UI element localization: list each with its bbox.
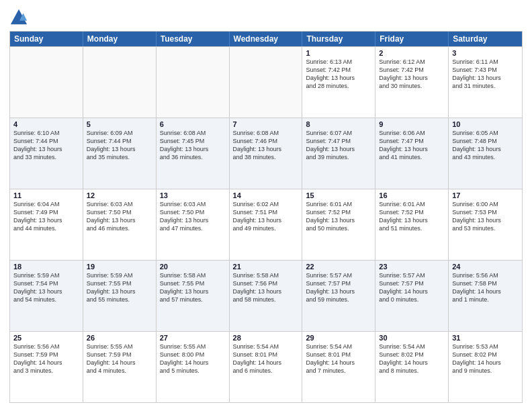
cell-info: Sunrise: 5:55 AM Sunset: 7:59 PM Dayligh…: [87, 342, 152, 375]
day-number: 25: [13, 334, 79, 342]
cell-info: Sunrise: 6:04 AM Sunset: 7:49 PM Dayligh…: [13, 200, 79, 233]
calendar-cell: 4Sunrise: 6:10 AM Sunset: 7:44 PM Daylig…: [10, 118, 83, 189]
cell-info: Sunrise: 6:02 AM Sunset: 7:51 PM Dayligh…: [233, 200, 299, 233]
calendar-cell: 28Sunrise: 5:54 AM Sunset: 8:01 PM Dayli…: [230, 332, 303, 402]
calendar-cell: 3Sunrise: 6:11 AM Sunset: 7:43 PM Daylig…: [449, 47, 522, 118]
calendar-header-day: Wednesday: [230, 32, 303, 46]
calendar-row: 11Sunrise: 6:04 AM Sunset: 7:49 PM Dayli…: [10, 189, 522, 260]
day-number: 20: [160, 263, 226, 271]
calendar-cell: 14Sunrise: 6:02 AM Sunset: 7:51 PM Dayli…: [230, 189, 303, 260]
calendar-row: 1Sunrise: 6:13 AM Sunset: 7:42 PM Daylig…: [10, 46, 522, 118]
calendar-cell: [10, 47, 83, 118]
calendar-header-day: Tuesday: [157, 32, 230, 46]
calendar-row: 18Sunrise: 5:59 AM Sunset: 7:54 PM Dayli…: [10, 260, 522, 331]
calendar-cell: 19Sunrise: 5:59 AM Sunset: 7:55 PM Dayli…: [83, 261, 157, 331]
calendar-cell: 13Sunrise: 6:03 AM Sunset: 7:50 PM Dayli…: [157, 189, 230, 260]
page: SundayMondayTuesdayWednesdayThursdayFrid…: [0, 0, 532, 411]
calendar-cell: 11Sunrise: 6:04 AM Sunset: 7:49 PM Dayli…: [10, 189, 83, 260]
day-number: 10: [452, 120, 519, 128]
day-number: 5: [87, 120, 152, 128]
day-number: 8: [306, 120, 371, 128]
day-number: 15: [306, 191, 371, 199]
calendar-cell: 30Sunrise: 5:54 AM Sunset: 8:02 PM Dayli…: [375, 332, 449, 402]
day-number: 13: [160, 191, 226, 199]
cell-info: Sunrise: 6:12 AM Sunset: 7:42 PM Dayligh…: [379, 58, 445, 91]
cell-info: Sunrise: 6:01 AM Sunset: 7:52 PM Dayligh…: [379, 200, 445, 233]
calendar-cell: 16Sunrise: 6:01 AM Sunset: 7:52 PM Dayli…: [375, 189, 449, 260]
cell-info: Sunrise: 6:07 AM Sunset: 7:47 PM Dayligh…: [306, 129, 371, 162]
calendar-header-day: Monday: [83, 32, 157, 46]
cell-info: Sunrise: 5:56 AM Sunset: 7:59 PM Dayligh…: [13, 342, 79, 375]
calendar-cell: 10Sunrise: 6:05 AM Sunset: 7:48 PM Dayli…: [449, 118, 522, 189]
day-number: 11: [13, 191, 79, 199]
cell-info: Sunrise: 6:11 AM Sunset: 7:43 PM Dayligh…: [452, 58, 519, 91]
header: [9, 8, 523, 27]
cell-info: Sunrise: 5:56 AM Sunset: 7:58 PM Dayligh…: [452, 271, 519, 304]
calendar-cell: 2Sunrise: 6:12 AM Sunset: 7:42 PM Daylig…: [375, 47, 449, 118]
cell-info: Sunrise: 5:53 AM Sunset: 8:02 PM Dayligh…: [452, 342, 519, 375]
calendar-cell: [83, 47, 157, 118]
calendar-cell: 12Sunrise: 6:03 AM Sunset: 7:50 PM Dayli…: [83, 189, 157, 260]
day-number: 17: [452, 191, 519, 199]
cell-info: Sunrise: 6:01 AM Sunset: 7:52 PM Dayligh…: [306, 200, 371, 233]
cell-info: Sunrise: 5:58 AM Sunset: 7:56 PM Dayligh…: [233, 271, 299, 304]
calendar-cell: 5Sunrise: 6:09 AM Sunset: 7:44 PM Daylig…: [83, 118, 157, 189]
day-number: 9: [379, 120, 445, 128]
calendar-header-day: Sunday: [10, 32, 83, 46]
calendar-cell: 6Sunrise: 6:08 AM Sunset: 7:45 PM Daylig…: [157, 118, 230, 189]
calendar-cell: 8Sunrise: 6:07 AM Sunset: 7:47 PM Daylig…: [302, 118, 375, 189]
cell-info: Sunrise: 5:54 AM Sunset: 8:02 PM Dayligh…: [379, 342, 445, 375]
day-number: 19: [87, 263, 152, 271]
calendar-cell: 24Sunrise: 5:56 AM Sunset: 7:58 PM Dayli…: [449, 261, 522, 331]
day-number: 12: [87, 191, 152, 199]
calendar-header-day: Friday: [375, 32, 449, 46]
cell-info: Sunrise: 5:57 AM Sunset: 7:57 PM Dayligh…: [306, 271, 371, 304]
calendar-cell: 21Sunrise: 5:58 AM Sunset: 7:56 PM Dayli…: [230, 261, 303, 331]
calendar-cell: [157, 47, 230, 118]
day-number: 2: [379, 49, 445, 57]
calendar-body: 1Sunrise: 6:13 AM Sunset: 7:42 PM Daylig…: [10, 46, 522, 402]
cell-info: Sunrise: 5:54 AM Sunset: 8:01 PM Dayligh…: [306, 342, 371, 375]
cell-info: Sunrise: 5:57 AM Sunset: 7:57 PM Dayligh…: [379, 271, 445, 304]
calendar-cell: 23Sunrise: 5:57 AM Sunset: 7:57 PM Dayli…: [375, 261, 449, 331]
cell-info: Sunrise: 6:08 AM Sunset: 7:45 PM Dayligh…: [160, 129, 226, 162]
cell-info: Sunrise: 5:55 AM Sunset: 8:00 PM Dayligh…: [160, 342, 226, 375]
cell-info: Sunrise: 6:06 AM Sunset: 7:47 PM Dayligh…: [379, 129, 445, 162]
day-number: 4: [13, 120, 79, 128]
day-number: 26: [87, 334, 152, 342]
day-number: 27: [160, 334, 226, 342]
cell-info: Sunrise: 5:58 AM Sunset: 7:55 PM Dayligh…: [160, 271, 226, 304]
calendar-cell: 7Sunrise: 6:08 AM Sunset: 7:46 PM Daylig…: [230, 118, 303, 189]
day-number: 1: [306, 49, 371, 57]
day-number: 16: [379, 191, 445, 199]
logo-icon: [9, 8, 28, 27]
cell-info: Sunrise: 6:00 AM Sunset: 7:53 PM Dayligh…: [452, 200, 519, 233]
day-number: 14: [233, 191, 299, 199]
calendar-cell: 15Sunrise: 6:01 AM Sunset: 7:52 PM Dayli…: [302, 189, 375, 260]
cell-info: Sunrise: 5:54 AM Sunset: 8:01 PM Dayligh…: [233, 342, 299, 375]
calendar-cell: [230, 47, 303, 118]
logo: [9, 8, 31, 27]
day-number: 24: [452, 263, 519, 271]
calendar-cell: 18Sunrise: 5:59 AM Sunset: 7:54 PM Dayli…: [10, 261, 83, 331]
calendar-cell: 27Sunrise: 5:55 AM Sunset: 8:00 PM Dayli…: [157, 332, 230, 402]
day-number: 18: [13, 263, 79, 271]
day-number: 31: [452, 334, 519, 342]
cell-info: Sunrise: 5:59 AM Sunset: 7:55 PM Dayligh…: [87, 271, 152, 304]
day-number: 3: [452, 49, 519, 57]
calendar-header-day: Saturday: [449, 32, 522, 46]
cell-info: Sunrise: 6:03 AM Sunset: 7:50 PM Dayligh…: [87, 200, 152, 233]
day-number: 23: [379, 263, 445, 271]
calendar-header-day: Thursday: [302, 32, 375, 46]
calendar-cell: 25Sunrise: 5:56 AM Sunset: 7:59 PM Dayli…: [10, 332, 83, 402]
calendar-cell: 9Sunrise: 6:06 AM Sunset: 7:47 PM Daylig…: [375, 118, 449, 189]
cell-info: Sunrise: 6:10 AM Sunset: 7:44 PM Dayligh…: [13, 129, 79, 162]
cell-info: Sunrise: 5:59 AM Sunset: 7:54 PM Dayligh…: [13, 271, 79, 304]
day-number: 21: [233, 263, 299, 271]
cell-info: Sunrise: 6:08 AM Sunset: 7:46 PM Dayligh…: [233, 129, 299, 162]
calendar-cell: 31Sunrise: 5:53 AM Sunset: 8:02 PM Dayli…: [449, 332, 522, 402]
calendar-cell: 20Sunrise: 5:58 AM Sunset: 7:55 PM Dayli…: [157, 261, 230, 331]
day-number: 28: [233, 334, 299, 342]
cell-info: Sunrise: 6:09 AM Sunset: 7:44 PM Dayligh…: [87, 129, 152, 162]
calendar-cell: 17Sunrise: 6:00 AM Sunset: 7:53 PM Dayli…: [449, 189, 522, 260]
